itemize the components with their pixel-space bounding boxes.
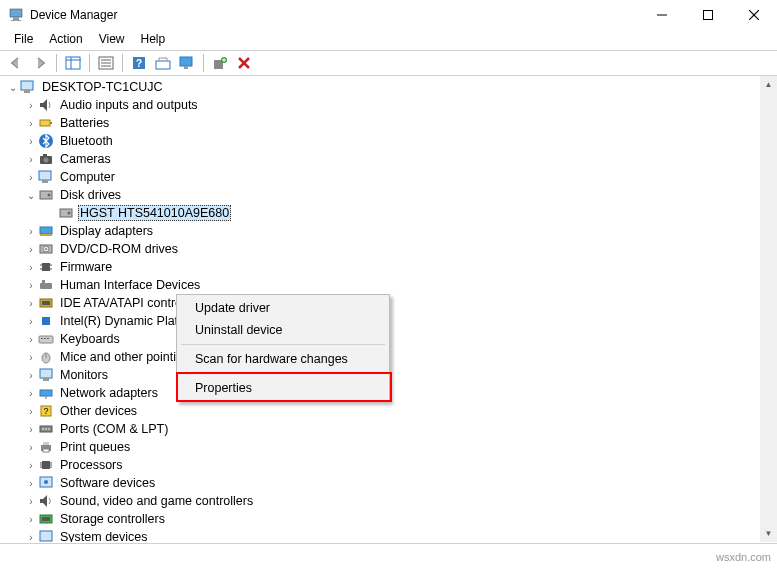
category-keyboards[interactable]: › Keyboards xyxy=(4,330,777,348)
root-node[interactable]: ⌄ DESKTOP-TC1CUJC xyxy=(4,78,777,96)
category-batteries[interactable]: › Batteries xyxy=(4,114,777,132)
category-bluetooth[interactable]: › Bluetooth xyxy=(4,132,777,150)
camera-icon xyxy=(38,151,54,167)
category-print-queues[interactable]: › Print queues xyxy=(4,438,777,456)
scroll-down-icon[interactable]: ▼ xyxy=(760,525,777,542)
svg-rect-26 xyxy=(24,90,30,93)
expand-icon[interactable]: › xyxy=(24,118,38,129)
collapse-icon[interactable]: ⌄ xyxy=(6,82,20,93)
expand-icon[interactable]: › xyxy=(24,298,38,309)
display-button[interactable] xyxy=(175,52,199,74)
svg-point-43 xyxy=(45,248,47,250)
optical-drive-icon xyxy=(38,241,54,257)
category-computer[interactable]: › Computer xyxy=(4,168,777,186)
category-monitors[interactable]: › Monitors xyxy=(4,366,777,384)
collapse-icon[interactable]: ⌄ xyxy=(24,190,38,201)
category-label: Network adapters xyxy=(58,386,160,400)
expand-icon[interactable]: › xyxy=(24,316,38,327)
category-label: Ports (COM & LPT) xyxy=(58,422,170,436)
menu-help[interactable]: Help xyxy=(133,30,174,50)
svg-rect-55 xyxy=(41,338,43,339)
remove-button[interactable] xyxy=(232,52,256,74)
svg-rect-84 xyxy=(40,531,52,541)
category-software[interactable]: › Software devices xyxy=(4,474,777,492)
expand-icon[interactable]: › xyxy=(24,334,38,345)
svg-rect-32 xyxy=(43,154,47,156)
category-network[interactable]: › Network adapters xyxy=(4,384,777,402)
svg-point-38 xyxy=(68,212,71,215)
category-other[interactable]: › ? Other devices xyxy=(4,402,777,420)
expand-icon[interactable]: › xyxy=(24,478,38,489)
scroll-up-icon[interactable]: ▲ xyxy=(760,76,777,93)
category-label: Processors xyxy=(58,458,125,472)
category-intel-platform[interactable]: › Intel(R) Dynamic Platform and Thermal … xyxy=(4,312,777,330)
menu-uninstall[interactable]: Uninstall device xyxy=(179,319,387,341)
close-button[interactable] xyxy=(731,0,777,30)
menu-view[interactable]: View xyxy=(91,30,133,50)
category-firmware[interactable]: › Firmware xyxy=(4,258,777,276)
add-hardware-button[interactable] xyxy=(208,52,232,74)
menu-separator xyxy=(181,373,385,374)
category-system[interactable]: › System devices xyxy=(4,528,777,542)
expand-icon[interactable]: › xyxy=(24,424,38,435)
svg-point-69 xyxy=(48,428,50,430)
category-ide[interactable]: › IDE ATA/ATAPI controllers xyxy=(4,294,777,312)
expand-icon[interactable]: › xyxy=(24,136,38,147)
menu-file[interactable]: File xyxy=(6,30,41,50)
category-display-adapters[interactable]: › Display adapters xyxy=(4,222,777,240)
svg-rect-62 xyxy=(40,390,52,396)
svg-rect-39 xyxy=(40,227,52,234)
hid-icon xyxy=(38,277,54,293)
device-disk0[interactable]: HGST HTS541010A9E680 xyxy=(4,204,777,222)
category-label: DVD/CD-ROM drives xyxy=(58,242,180,256)
device-tree[interactable]: ⌄ DESKTOP-TC1CUJC › Audio inputs and out… xyxy=(0,76,777,542)
forward-button[interactable] xyxy=(28,52,52,74)
expand-icon[interactable]: › xyxy=(24,352,38,363)
desktop-icon xyxy=(38,169,54,185)
back-button[interactable] xyxy=(4,52,28,74)
category-ports[interactable]: › Ports (COM & LPT) xyxy=(4,420,777,438)
menu-update-driver[interactable]: Update driver xyxy=(179,297,387,319)
expand-icon[interactable]: › xyxy=(24,262,38,273)
expand-icon[interactable]: › xyxy=(24,514,38,525)
expand-icon[interactable]: › xyxy=(24,100,38,111)
help-button[interactable]: ? xyxy=(127,52,151,74)
expand-icon[interactable]: › xyxy=(24,442,38,453)
expand-icon[interactable]: › xyxy=(24,388,38,399)
category-label: Software devices xyxy=(58,476,157,490)
svg-rect-40 xyxy=(40,234,52,236)
show-hide-tree-button[interactable] xyxy=(61,52,85,74)
svg-rect-61 xyxy=(43,378,49,381)
maximize-button[interactable] xyxy=(685,0,731,30)
category-mice[interactable]: › Mice and other pointing devices xyxy=(4,348,777,366)
expand-icon[interactable]: › xyxy=(24,280,38,291)
expand-icon[interactable]: › xyxy=(24,244,38,255)
category-cameras[interactable]: › Cameras xyxy=(4,150,777,168)
context-menu: Update driver Uninstall device Scan for … xyxy=(176,294,390,402)
menu-scan[interactable]: Scan for hardware changes xyxy=(179,348,387,370)
vertical-scrollbar[interactable]: ▲ ▼ xyxy=(760,76,777,542)
expand-icon[interactable]: › xyxy=(24,496,38,507)
category-hid[interactable]: › Human Interface Devices xyxy=(4,276,777,294)
svg-rect-2 xyxy=(11,20,21,21)
category-sound[interactable]: › Sound, video and game controllers xyxy=(4,492,777,510)
category-audio[interactable]: › Audio inputs and outputs xyxy=(4,96,777,114)
category-dvd[interactable]: › DVD/CD-ROM drives xyxy=(4,240,777,258)
expand-icon[interactable]: › xyxy=(24,532,38,543)
category-disk-drives[interactable]: ⌄ Disk drives xyxy=(4,186,777,204)
category-processors[interactable]: › Processors xyxy=(4,456,777,474)
expand-icon[interactable]: › xyxy=(24,172,38,183)
category-storage[interactable]: › Storage controllers xyxy=(4,510,777,528)
scan-button[interactable] xyxy=(151,52,175,74)
menu-properties[interactable]: Properties xyxy=(179,377,387,399)
category-label: Keyboards xyxy=(58,332,122,346)
expand-icon[interactable]: › xyxy=(24,154,38,165)
expand-icon[interactable]: › xyxy=(24,406,38,417)
computer-icon xyxy=(20,79,36,95)
properties-button[interactable] xyxy=(94,52,118,74)
menu-action[interactable]: Action xyxy=(41,30,90,50)
expand-icon[interactable]: › xyxy=(24,226,38,237)
minimize-button[interactable] xyxy=(639,0,685,30)
expand-icon[interactable]: › xyxy=(24,460,38,471)
expand-icon[interactable]: › xyxy=(24,370,38,381)
